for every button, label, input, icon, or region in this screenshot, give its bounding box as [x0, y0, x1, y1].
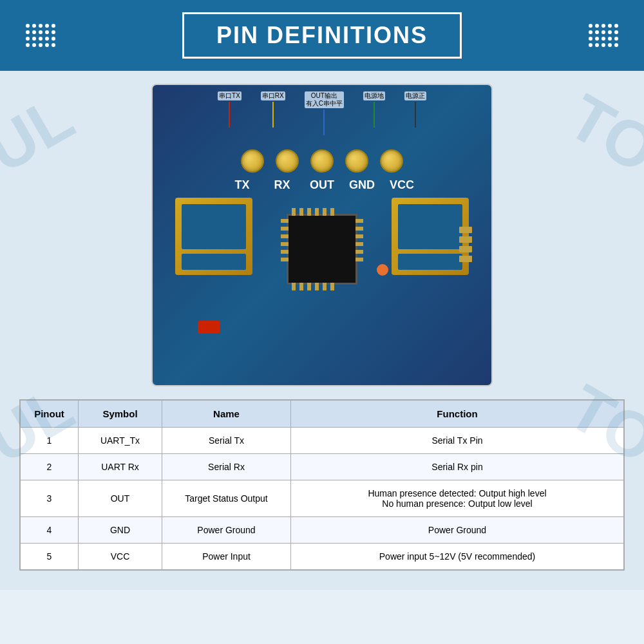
lead	[323, 283, 327, 290]
lead	[281, 250, 289, 254]
pin-definition-table: Pinout Symbol Name Function 1UART_TxSeri…	[19, 399, 625, 571]
arrow-rx	[272, 102, 274, 128]
pin-name-tx: TX	[225, 178, 259, 192]
lead	[355, 242, 363, 246]
cell-pinout: 5	[21, 544, 79, 570]
cell-symbol: VCC	[79, 544, 162, 570]
antenna-pad-right	[392, 198, 469, 275]
page-title: PIN DEFINITIONS	[216, 22, 428, 48]
content-area: UL TO UL TO 串口TX 串口RX OUT输出有入C串中平	[0, 71, 644, 590]
lead	[281, 227, 289, 231]
pin-out-cn-label: OUT输出有入C串中平	[305, 91, 344, 108]
cell-function: Power Ground	[291, 517, 624, 544]
lead	[307, 208, 311, 216]
pad-vcc	[380, 149, 403, 173]
red-component	[198, 321, 220, 334]
cell-pinout: 4	[21, 517, 79, 544]
lead	[355, 258, 363, 261]
pin-name-gnd: GND	[345, 178, 379, 192]
smd-1	[459, 227, 472, 233]
pin-rx-cn-label: 串口RX	[261, 91, 285, 100]
antenna-inner-bottom-left	[182, 254, 246, 270]
pin-table: Pinout Symbol Name Function 1UART_TxSeri…	[20, 400, 624, 570]
smd-2	[459, 236, 472, 243]
antenna-inner-bottom-right	[398, 254, 462, 270]
pin-gnd-cn-label: 电源地	[363, 91, 385, 100]
cell-name: Power Input	[162, 544, 291, 570]
col-header-pinout: Pinout	[21, 401, 79, 428]
arrow-out	[323, 109, 325, 135]
chip-leads-bottom	[292, 283, 334, 290]
pad-out	[310, 149, 334, 173]
main-chip	[287, 214, 357, 285]
lead	[292, 208, 296, 216]
orange-dot-component	[377, 264, 388, 276]
pin-label-tx: 串口TX	[218, 91, 242, 135]
pads-row	[241, 149, 403, 173]
smd-4	[459, 256, 472, 262]
pad-rx	[276, 149, 299, 173]
cell-name: Serial Rx	[162, 454, 291, 480]
col-header-name: Name	[162, 401, 291, 428]
lead	[281, 234, 289, 238]
lead	[323, 208, 327, 216]
header-bar: PIN DEFINITIONS	[0, 0, 644, 71]
board-image-container: 串口TX 串口RX OUT输出有入C串中平 电源地 电源正	[19, 84, 625, 386]
cell-symbol: GND	[79, 517, 162, 544]
pad-gnd	[345, 149, 368, 173]
lead	[355, 234, 363, 238]
antenna-inner-right	[398, 204, 462, 249]
arrow-tx	[229, 102, 230, 128]
header-title-box: PIN DEFINITIONS	[182, 12, 462, 59]
chip-leads-left	[281, 219, 289, 261]
chip-leads-right	[355, 219, 363, 261]
table-header-row: Pinout Symbol Name Function	[21, 401, 624, 428]
pin-names-row: TX RX OUT GND VCC	[225, 178, 419, 192]
arrow-gnd	[374, 102, 375, 128]
lead	[299, 208, 303, 216]
pin-label-out: OUT输出有入C串中平	[305, 91, 344, 135]
cell-name: Power Ground	[162, 517, 291, 544]
pin-tx-cn-label: 串口TX	[218, 91, 242, 100]
pin-name-out: OUT	[305, 178, 339, 192]
table-row: 1UART_TxSerial TxSerial Tx Pin	[21, 428, 624, 454]
lead	[299, 283, 303, 290]
antenna-pad-left	[175, 198, 252, 275]
lead	[315, 283, 319, 290]
table-body: 1UART_TxSerial TxSerial Tx Pin2UART RxSe…	[21, 428, 624, 570]
dots-left-decoration	[26, 24, 55, 47]
cell-pinout: 1	[21, 428, 79, 454]
lead	[281, 258, 289, 261]
pin-label-rx: 串口RX	[261, 91, 285, 135]
pcb-board-image: 串口TX 串口RX OUT输出有入C串中平 电源地 电源正	[151, 84, 493, 386]
cell-symbol: UART_Tx	[79, 428, 162, 454]
table-row: 2UART RxSerial RxSerial Rx pin	[21, 454, 624, 480]
antenna-inner-left	[182, 204, 246, 249]
pad-tx	[241, 149, 264, 173]
pin-vcc-cn-label: 电源正	[404, 91, 426, 100]
chip-body	[287, 214, 357, 285]
cell-function: Human presence detected: Output high lev…	[291, 480, 624, 517]
cell-symbol: OUT	[79, 480, 162, 517]
lead	[355, 227, 363, 231]
pin-labels-row: 串口TX 串口RX OUT输出有入C串中平 电源地 电源正	[153, 91, 491, 135]
col-header-symbol: Symbol	[79, 401, 162, 428]
pin-name-vcc: VCC	[385, 178, 419, 192]
pin-label-vcc: 电源正	[404, 91, 426, 135]
table-row: 3OUTTarget Status OutputHuman presence d…	[21, 480, 624, 517]
pin-label-gnd: 电源地	[363, 91, 385, 135]
table-row: 4GNDPower GroundPower Ground	[21, 517, 624, 544]
cell-name: Target Status Output	[162, 480, 291, 517]
arrow-vcc	[415, 102, 416, 128]
chip-leads-top	[292, 208, 334, 216]
lead	[281, 242, 289, 246]
cell-function: Serial Tx Pin	[291, 428, 624, 454]
cell-function: Serial Rx pin	[291, 454, 624, 480]
col-header-function: Function	[291, 401, 624, 428]
lead	[355, 219, 363, 223]
lead	[330, 208, 334, 216]
smd-3	[459, 246, 472, 252]
lead	[292, 283, 296, 290]
dots-right-decoration	[589, 24, 618, 47]
table-row: 5VCCPower InputPower input 5~12V (5V rec…	[21, 544, 624, 570]
